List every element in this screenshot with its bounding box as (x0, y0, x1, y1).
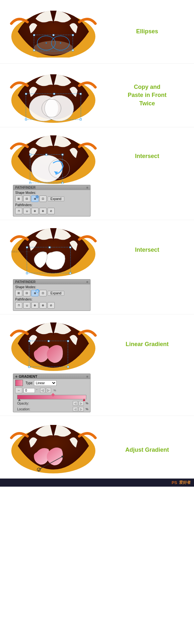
svg-rect-28 (46, 154, 47, 155)
svg-rect-46 (67, 366, 69, 368)
gradient-angle-field[interactable] (24, 388, 35, 393)
pathfinder-shapes-1: Shape Modes: ⊞ ⊟ ⊠ ⊡ Expand Pathfinders:… (13, 190, 90, 216)
expand-btn-2[interactable]: Expand (48, 291, 64, 296)
gradient-location-next[interactable]: ▷ (79, 407, 84, 411)
pathfinder-menu-2: ≡ (86, 280, 88, 284)
mouth-ellipses (8, 6, 99, 58)
svg-rect-29 (62, 154, 63, 155)
svg-point-10 (46, 42, 47, 44)
gradient-swatch (15, 380, 23, 386)
gradient-location-percent: % (86, 407, 88, 411)
pfb2-1[interactable]: ⊔ (23, 208, 30, 214)
gradient-next-stop[interactable]: ▷ (46, 388, 51, 393)
shape-mode-buttons-1: ⊞ ⊟ ⊠ ⊡ Expand (15, 195, 88, 202)
gradient-stop-right[interactable] (83, 398, 85, 401)
label-intersect2: Intersect (135, 246, 159, 254)
illustration-intersect2: 思缘设计论坛 www.missyuan.com (3, 223, 103, 277)
pathfinder-title-2: PATHFINDER ≡ (13, 280, 90, 284)
section-linear-gradient: Linear Gradient ◆ GRADIENT ≡ Type Linear… (0, 314, 194, 416)
gradient-panel-title: ◆ GRADIENT ≡ (13, 374, 90, 379)
pfb3-2[interactable]: ⊕ (31, 302, 38, 309)
gradient-prev-stop[interactable]: ◁ (40, 388, 45, 393)
shape-modes-label-1: Shape Modes: (15, 191, 88, 195)
shape-btn-add-1[interactable]: ⊞ (15, 195, 22, 202)
shape-btn-add-2[interactable]: ⊞ (15, 290, 22, 296)
gradient-location-row: Location: ◁ ▷ % (13, 406, 90, 412)
shape-btn-sub-2[interactable]: ⊟ (23, 290, 30, 296)
pathfinder-menu-1: ≡ (86, 186, 88, 189)
bottom-bar: PS 爱好者 (0, 479, 194, 487)
illustration-intersect1 (3, 131, 103, 182)
svg-rect-31 (62, 182, 63, 184)
ps-tagline: 爱好者 (179, 480, 191, 485)
illustration-copy-paste (3, 69, 103, 121)
pathfinder-title-label-1: PATHFINDER (15, 186, 36, 189)
gradient-location-label: Location: (15, 407, 32, 411)
gradient-title-label: GRADIENT (19, 375, 37, 378)
pathfinder-panel-1: PATHFINDER ≡ Shape Modes: ⊞ ⊟ ⊠ ⊡ Expand… (13, 185, 91, 216)
gradient-opacity-percent: % (86, 402, 88, 405)
shape-btn-sub-1[interactable]: ⊟ (23, 195, 30, 202)
pfb5-1[interactable]: ⊘ (48, 208, 55, 214)
ps-logo-text: PS (172, 480, 177, 485)
pfb2-2[interactable]: ⊔ (23, 302, 30, 309)
mouth-intersect1 (8, 131, 99, 182)
gradient-arrow-btns: ◁ ▷ (40, 388, 51, 393)
section-intersect2: 思缘设计论坛 www.missyuan.com Intersect PATHFI… (0, 220, 194, 314)
label-ellipses: Ellipses (136, 27, 158, 36)
section-ellipses: Ellipses (0, 0, 194, 64)
label-intersect1: Intersect (135, 152, 159, 160)
gradient-stop-left[interactable] (18, 398, 21, 401)
svg-rect-5 (33, 34, 35, 36)
svg-rect-27 (29, 154, 31, 155)
svg-rect-35 (49, 247, 50, 248)
svg-rect-19 (80, 93, 81, 95)
illustration-ellipses (3, 6, 103, 58)
label-area-linear-gradient: Linear Gradient (103, 340, 191, 348)
svg-point-11 (60, 42, 61, 44)
pathfinders-label-1: Pathfinders: (15, 203, 88, 207)
section-copy-paste: Copy andPaste in FrontTwice (0, 64, 194, 127)
shape-modes-label-2: Shape Modes: (15, 285, 88, 289)
pathfinder-title-1: PATHFINDER ≡ (13, 185, 90, 190)
shape-btn-intersect-2[interactable]: ⊠ (31, 290, 38, 296)
pfb1-2[interactable]: ⊓ (15, 302, 22, 309)
svg-rect-34 (26, 247, 28, 248)
gradient-controls-row: ↔ ° ◁ ▷ % (13, 387, 90, 394)
pfb5-2[interactable]: ⊘ (48, 302, 55, 309)
gradient-reverse-btn[interactable]: ↔ (15, 387, 22, 393)
label-copy-paste: Copy andPaste in FrontTwice (128, 83, 167, 108)
gradient-location-controls: ◁ ▷ (73, 407, 84, 411)
gradient-bar-container (15, 395, 88, 399)
pathfinder-shapes-2: Shape Modes: ⊞ ⊟ ⊠ ⊡ Expand Pathfinders:… (13, 284, 90, 311)
gradient-opacity-controls: ◁ ▷ (73, 401, 84, 406)
gradient-type-label: Type (26, 381, 33, 385)
pathfinder-title-label-2: PATHFINDER (15, 280, 36, 284)
gradient-type-select[interactable]: Linear Radial (34, 380, 57, 386)
svg-rect-17 (25, 93, 27, 95)
pfb4-1[interactable]: ⊗ (39, 208, 47, 214)
svg-rect-6 (53, 34, 54, 36)
pathfinder-buttons-1: ⊓ ⊔ ⊕ ⊗ ⊘ (15, 208, 88, 214)
gradient-location-prev[interactable]: ◁ (73, 407, 78, 411)
svg-point-15 (45, 95, 74, 121)
label-linear-gradient: Linear Gradient (125, 340, 168, 348)
shape-btn-exclude-2[interactable]: ⊡ (39, 290, 47, 296)
pfb1-1[interactable]: ⊓ (15, 208, 22, 214)
expand-btn-1[interactable]: Expand (48, 196, 64, 201)
svg-rect-36 (70, 247, 71, 248)
label-area-intersect2: Intersect (103, 246, 191, 254)
shape-btn-exclude-1[interactable]: ⊡ (39, 195, 47, 202)
svg-rect-42 (28, 340, 30, 342)
illustration-adjust-gradient (3, 422, 103, 478)
svg-rect-45 (28, 366, 30, 368)
gradient-type-row: Type Linear Radial (13, 379, 90, 387)
gradient-opacity-next[interactable]: ▷ (79, 401, 84, 406)
shape-btn-intersect-1[interactable]: ⊠ (31, 195, 38, 202)
gradient-panel: ◆ GRADIENT ≡ Type Linear Radial ↔ ° ◁ ▷ (13, 374, 91, 412)
label-area-ellipses: Ellipses (103, 27, 191, 36)
pfb3-1[interactable]: ⊕ (31, 208, 38, 214)
svg-rect-37 (26, 272, 28, 274)
pfb4-2[interactable]: ⊗ (39, 302, 47, 309)
gradient-opacity-prev[interactable]: ◁ (73, 401, 78, 406)
